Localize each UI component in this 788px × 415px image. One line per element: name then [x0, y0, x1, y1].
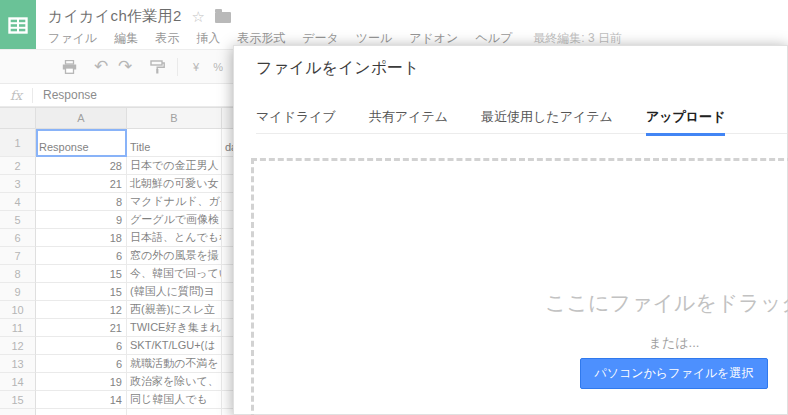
app-window: カイカイch作業用2 ☆ ファイル 編集 表示 挿入 表示形式 データ ツール …	[0, 0, 788, 415]
drag-here-text: ここにファイルをドラッグ	[545, 289, 788, 317]
tab-recent-items[interactable]: 最近使用したアイテム	[481, 104, 613, 135]
tab-shared-items[interactable]: 共有アイテム	[369, 104, 448, 135]
dialog-title: ファイルをインポート	[256, 58, 419, 79]
dropzone-content: ここにファイルをドラッグ または... パソコンからファイルを選択	[524, 289, 788, 389]
tab-upload[interactable]: アップロード	[646, 104, 726, 135]
import-file-dialog: ファイルをインポート マイドライブ 共有アイテム 最近使用したアイテム アップロ…	[233, 45, 788, 415]
tab-upload-label: アップロード	[646, 109, 726, 124]
active-tab-underline	[646, 133, 726, 136]
select-file-from-computer-button[interactable]: パソコンからファイルを選択	[580, 358, 767, 389]
tab-my-drive[interactable]: マイドライブ	[256, 104, 336, 135]
dialog-tabs: マイドライブ 共有アイテム 最近使用したアイテム アップロード	[256, 104, 787, 134]
or-text: または...	[649, 334, 700, 352]
